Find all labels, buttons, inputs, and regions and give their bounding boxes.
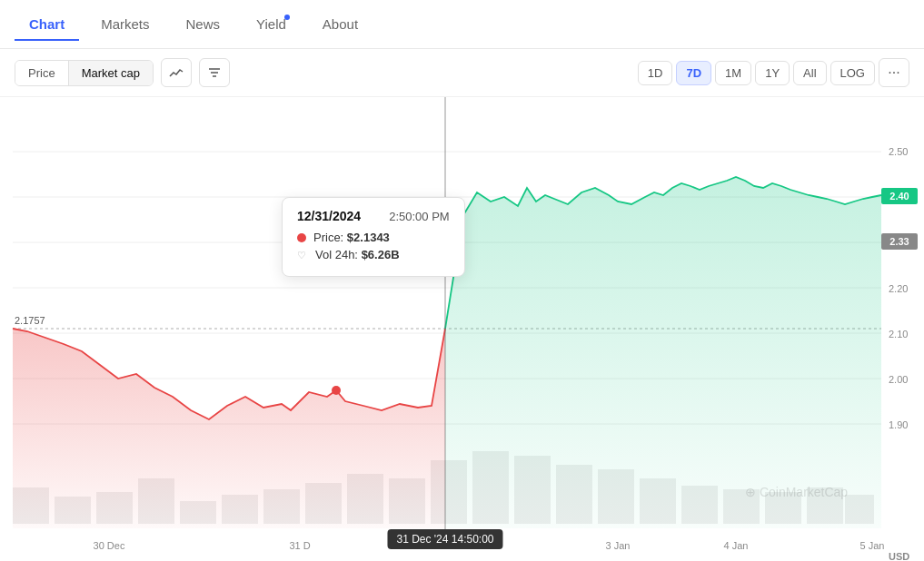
price-indicator (297, 233, 306, 242)
price-button[interactable]: Price (15, 61, 69, 85)
time-1y[interactable]: 1Y (755, 61, 790, 85)
time-1d[interactable]: 1D (638, 61, 673, 85)
chart-area: 2.50 2.40 2.30 2.20 2.10 2.00 1.90 2.40 … (0, 97, 924, 561)
time-range-buttons: 1D 7D 1M 1Y All LOG ··· (638, 58, 909, 87)
crosshair-date-label: 31 Dec '24 14:50:00 (387, 529, 502, 549)
tooltip-date: 12/31/2024 2:50:00 PM (297, 209, 450, 223)
time-log[interactable]: LOG (830, 61, 875, 85)
svg-text:2.50: 2.50 (889, 146, 908, 157)
filter-icon[interactable] (199, 58, 230, 87)
time-7d[interactable]: 7D (676, 61, 711, 85)
svg-text:2.33: 2.33 (889, 236, 909, 247)
svg-text:2.40: 2.40 (889, 191, 909, 202)
chart-container: 2.50 2.40 2.30 2.20 2.10 2.00 1.90 2.40 … (0, 97, 924, 561)
svg-text:31 D: 31 D (289, 540, 310, 551)
svg-text:3 Jan: 3 Jan (606, 540, 631, 551)
svg-text:2.1757: 2.1757 (15, 315, 45, 326)
market-cap-button[interactable]: Market cap (69, 61, 153, 85)
tab-news[interactable]: News (172, 9, 235, 41)
svg-text:4 Jan: 4 Jan (724, 540, 749, 551)
chart-line-icon[interactable] (161, 58, 192, 87)
tab-markets[interactable]: Markets (86, 9, 164, 41)
time-all[interactable]: All (793, 61, 826, 85)
more-options-button[interactable]: ··· (879, 58, 909, 87)
price-marketcap-toggle: Price Market cap (15, 60, 154, 86)
price-dot-red (332, 386, 341, 395)
price-chart: 2.50 2.40 2.30 2.20 2.10 2.00 1.90 2.40 … (0, 97, 924, 561)
nav-tabs: Chart Markets News Yield About (0, 0, 924, 49)
tab-about[interactable]: About (308, 9, 373, 41)
svg-text:30 Dec: 30 Dec (94, 540, 125, 551)
svg-text:2.10: 2.10 (889, 329, 908, 340)
time-1m[interactable]: 1M (715, 61, 751, 85)
tab-yield[interactable]: Yield (242, 9, 301, 41)
svg-text:⊕ CoinMarketCap: ⊕ CoinMarketCap (745, 485, 848, 499)
tab-chart[interactable]: Chart (15, 9, 79, 41)
tooltip-vol-row: ♡ Vol 24h: $6.26B (297, 248, 450, 261)
svg-text:1.90: 1.90 (889, 419, 908, 430)
vol-indicator: ♡ (297, 250, 308, 261)
svg-text:USD: USD (889, 551, 909, 561)
svg-text:2.20: 2.20 (889, 283, 908, 294)
price-tooltip: 12/31/2024 2:50:00 PM Price: $2.1343 ♡ V… (282, 197, 465, 277)
tooltip-price-row: Price: $2.1343 (297, 231, 450, 244)
yield-dot (284, 15, 290, 20)
toolbar: Price Market cap 1D 7D 1M 1Y All LOG ··· (0, 49, 924, 97)
svg-text:2.00: 2.00 (889, 374, 908, 385)
svg-text:5 Jan: 5 Jan (860, 540, 885, 551)
